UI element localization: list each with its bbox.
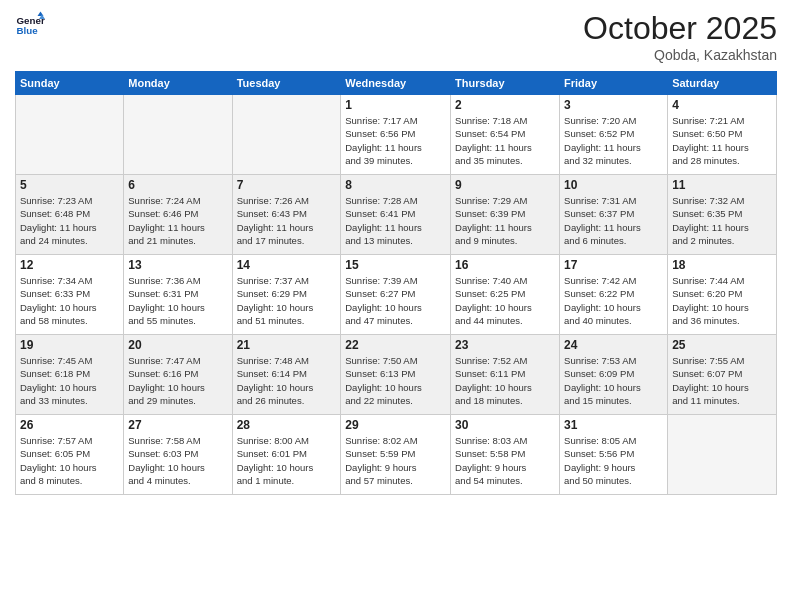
day-info: Sunrise: 7:28 AMSunset: 6:41 PMDaylight:… — [345, 194, 446, 247]
day-info: Sunrise: 7:48 AMSunset: 6:14 PMDaylight:… — [237, 354, 337, 407]
day-number: 17 — [564, 258, 663, 272]
day-number: 23 — [455, 338, 555, 352]
day-info: Sunrise: 7:31 AMSunset: 6:37 PMDaylight:… — [564, 194, 663, 247]
day-number: 18 — [672, 258, 772, 272]
day-info: Sunrise: 7:44 AMSunset: 6:20 PMDaylight:… — [672, 274, 772, 327]
day-info: Sunrise: 7:40 AMSunset: 6:25 PMDaylight:… — [455, 274, 555, 327]
day-info: Sunrise: 7:17 AMSunset: 6:56 PMDaylight:… — [345, 114, 446, 167]
day-number: 24 — [564, 338, 663, 352]
title-section: October 2025 Qobda, Kazakhstan — [583, 10, 777, 63]
calendar-cell-w4-d3: 21Sunrise: 7:48 AMSunset: 6:14 PMDayligh… — [232, 335, 341, 415]
day-number: 9 — [455, 178, 555, 192]
calendar-cell-w3-d5: 16Sunrise: 7:40 AMSunset: 6:25 PMDayligh… — [451, 255, 560, 335]
day-info: Sunrise: 7:52 AMSunset: 6:11 PMDaylight:… — [455, 354, 555, 407]
calendar-cell-w5-d7 — [668, 415, 777, 495]
day-number: 29 — [345, 418, 446, 432]
logo: General Blue — [15, 10, 45, 40]
day-number: 6 — [128, 178, 227, 192]
calendar-cell-w4-d7: 25Sunrise: 7:55 AMSunset: 6:07 PMDayligh… — [668, 335, 777, 415]
svg-text:General: General — [17, 15, 46, 26]
day-number: 19 — [20, 338, 119, 352]
day-number: 11 — [672, 178, 772, 192]
day-number: 3 — [564, 98, 663, 112]
calendar-cell-w3-d7: 18Sunrise: 7:44 AMSunset: 6:20 PMDayligh… — [668, 255, 777, 335]
svg-marker-2 — [38, 12, 44, 17]
calendar-cell-w4-d1: 19Sunrise: 7:45 AMSunset: 6:18 PMDayligh… — [16, 335, 124, 415]
day-number: 21 — [237, 338, 337, 352]
day-info: Sunrise: 7:32 AMSunset: 6:35 PMDaylight:… — [672, 194, 772, 247]
day-info: Sunrise: 7:53 AMSunset: 6:09 PMDaylight:… — [564, 354, 663, 407]
day-number: 12 — [20, 258, 119, 272]
day-number: 26 — [20, 418, 119, 432]
day-number: 15 — [345, 258, 446, 272]
day-info: Sunrise: 7:34 AMSunset: 6:33 PMDaylight:… — [20, 274, 119, 327]
calendar-cell-w2-d2: 6Sunrise: 7:24 AMSunset: 6:46 PMDaylight… — [124, 175, 232, 255]
day-number: 14 — [237, 258, 337, 272]
header-friday: Friday — [560, 72, 668, 95]
calendar-week-2: 5Sunrise: 7:23 AMSunset: 6:48 PMDaylight… — [16, 175, 777, 255]
calendar-cell-w5-d1: 26Sunrise: 7:57 AMSunset: 6:05 PMDayligh… — [16, 415, 124, 495]
header-sunday: Sunday — [16, 72, 124, 95]
day-number: 25 — [672, 338, 772, 352]
calendar-cell-w2-d1: 5Sunrise: 7:23 AMSunset: 6:48 PMDaylight… — [16, 175, 124, 255]
day-info: Sunrise: 8:05 AMSunset: 5:56 PMDaylight:… — [564, 434, 663, 487]
month-title: October 2025 — [583, 10, 777, 47]
day-info: Sunrise: 7:36 AMSunset: 6:31 PMDaylight:… — [128, 274, 227, 327]
day-number: 7 — [237, 178, 337, 192]
day-info: Sunrise: 7:18 AMSunset: 6:54 PMDaylight:… — [455, 114, 555, 167]
day-info: Sunrise: 7:50 AMSunset: 6:13 PMDaylight:… — [345, 354, 446, 407]
day-info: Sunrise: 8:02 AMSunset: 5:59 PMDaylight:… — [345, 434, 446, 487]
day-info: Sunrise: 7:42 AMSunset: 6:22 PMDaylight:… — [564, 274, 663, 327]
location: Qobda, Kazakhstan — [583, 47, 777, 63]
day-info: Sunrise: 7:37 AMSunset: 6:29 PMDaylight:… — [237, 274, 337, 327]
calendar-cell-w1-d3 — [232, 95, 341, 175]
day-number: 8 — [345, 178, 446, 192]
day-number: 31 — [564, 418, 663, 432]
calendar-week-3: 12Sunrise: 7:34 AMSunset: 6:33 PMDayligh… — [16, 255, 777, 335]
day-info: Sunrise: 7:58 AMSunset: 6:03 PMDaylight:… — [128, 434, 227, 487]
calendar: Sunday Monday Tuesday Wednesday Thursday… — [15, 71, 777, 495]
calendar-cell-w2-d6: 10Sunrise: 7:31 AMSunset: 6:37 PMDayligh… — [560, 175, 668, 255]
day-info: Sunrise: 7:26 AMSunset: 6:43 PMDaylight:… — [237, 194, 337, 247]
day-number: 16 — [455, 258, 555, 272]
day-number: 27 — [128, 418, 227, 432]
calendar-cell-w1-d5: 2Sunrise: 7:18 AMSunset: 6:54 PMDaylight… — [451, 95, 560, 175]
calendar-week-4: 19Sunrise: 7:45 AMSunset: 6:18 PMDayligh… — [16, 335, 777, 415]
header-tuesday: Tuesday — [232, 72, 341, 95]
calendar-week-5: 26Sunrise: 7:57 AMSunset: 6:05 PMDayligh… — [16, 415, 777, 495]
svg-text:Blue: Blue — [17, 25, 39, 36]
day-number: 13 — [128, 258, 227, 272]
day-number: 10 — [564, 178, 663, 192]
header-wednesday: Wednesday — [341, 72, 451, 95]
day-number: 4 — [672, 98, 772, 112]
calendar-cell-w4-d6: 24Sunrise: 7:53 AMSunset: 6:09 PMDayligh… — [560, 335, 668, 415]
calendar-cell-w5-d5: 30Sunrise: 8:03 AMSunset: 5:58 PMDayligh… — [451, 415, 560, 495]
day-info: Sunrise: 7:20 AMSunset: 6:52 PMDaylight:… — [564, 114, 663, 167]
day-number: 1 — [345, 98, 446, 112]
day-info: Sunrise: 8:03 AMSunset: 5:58 PMDaylight:… — [455, 434, 555, 487]
day-info: Sunrise: 7:23 AMSunset: 6:48 PMDaylight:… — [20, 194, 119, 247]
calendar-cell-w2-d7: 11Sunrise: 7:32 AMSunset: 6:35 PMDayligh… — [668, 175, 777, 255]
calendar-cell-w5-d2: 27Sunrise: 7:58 AMSunset: 6:03 PMDayligh… — [124, 415, 232, 495]
calendar-cell-w4-d2: 20Sunrise: 7:47 AMSunset: 6:16 PMDayligh… — [124, 335, 232, 415]
calendar-cell-w1-d6: 3Sunrise: 7:20 AMSunset: 6:52 PMDaylight… — [560, 95, 668, 175]
day-info: Sunrise: 7:39 AMSunset: 6:27 PMDaylight:… — [345, 274, 446, 327]
calendar-cell-w3-d3: 14Sunrise: 7:37 AMSunset: 6:29 PMDayligh… — [232, 255, 341, 335]
calendar-cell-w5-d4: 29Sunrise: 8:02 AMSunset: 5:59 PMDayligh… — [341, 415, 451, 495]
calendar-cell-w2-d4: 8Sunrise: 7:28 AMSunset: 6:41 PMDaylight… — [341, 175, 451, 255]
day-info: Sunrise: 7:57 AMSunset: 6:05 PMDaylight:… — [20, 434, 119, 487]
header-monday: Monday — [124, 72, 232, 95]
calendar-cell-w3-d6: 17Sunrise: 7:42 AMSunset: 6:22 PMDayligh… — [560, 255, 668, 335]
day-number: 20 — [128, 338, 227, 352]
day-info: Sunrise: 7:45 AMSunset: 6:18 PMDaylight:… — [20, 354, 119, 407]
logo-icon: General Blue — [15, 10, 45, 40]
calendar-cell-w4-d5: 23Sunrise: 7:52 AMSunset: 6:11 PMDayligh… — [451, 335, 560, 415]
calendar-cell-w2-d3: 7Sunrise: 7:26 AMSunset: 6:43 PMDaylight… — [232, 175, 341, 255]
day-info: Sunrise: 7:24 AMSunset: 6:46 PMDaylight:… — [128, 194, 227, 247]
day-number: 2 — [455, 98, 555, 112]
day-number: 22 — [345, 338, 446, 352]
calendar-cell-w3-d2: 13Sunrise: 7:36 AMSunset: 6:31 PMDayligh… — [124, 255, 232, 335]
calendar-cell-w5-d6: 31Sunrise: 8:05 AMSunset: 5:56 PMDayligh… — [560, 415, 668, 495]
calendar-cell-w4-d4: 22Sunrise: 7:50 AMSunset: 6:13 PMDayligh… — [341, 335, 451, 415]
calendar-cell-w1-d7: 4Sunrise: 7:21 AMSunset: 6:50 PMDaylight… — [668, 95, 777, 175]
